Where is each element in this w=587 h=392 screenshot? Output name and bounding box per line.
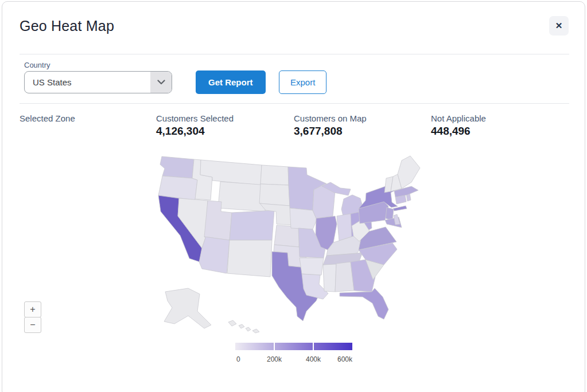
state-MS[interactable] xyxy=(323,264,336,292)
controls-divider xyxy=(20,103,569,104)
stat-customers-on-map: Customers on Map 3,677,808 xyxy=(294,113,367,138)
chevron-down-icon[interactable] xyxy=(150,72,172,93)
legend-tick-line xyxy=(313,343,314,350)
legend-label: 400k xyxy=(306,355,321,363)
state-HI[interactable] xyxy=(228,320,259,333)
header-divider xyxy=(20,54,569,54)
state-NM[interactable] xyxy=(227,240,272,277)
stat-value: 3,677,808 xyxy=(294,125,367,138)
stat-not-applicable: Not Applicable 448,496 xyxy=(431,113,486,138)
state-CO[interactable] xyxy=(230,210,274,240)
close-icon: ✕ xyxy=(555,21,563,30)
legend-label: 0 xyxy=(236,355,240,363)
us-choropleth-map xyxy=(155,151,430,340)
state-ME[interactable] xyxy=(398,156,420,189)
state-AR[interactable] xyxy=(300,258,324,275)
legend-label: 200k xyxy=(267,355,282,363)
legend-labels: 0 200k 400k 600k xyxy=(235,355,352,363)
state-WA[interactable] xyxy=(160,156,194,178)
zoom-in-button[interactable]: + xyxy=(24,301,41,317)
state-SD[interactable] xyxy=(259,184,290,206)
geo-heat-map-modal: Geo Heat Map ✕ Country US States Get Rep… xyxy=(2,1,585,392)
country-label: Country xyxy=(24,61,50,69)
stat-label: Customers on Map xyxy=(294,113,367,123)
legend-tick-line xyxy=(274,343,275,350)
stat-selected-zone: Selected Zone xyxy=(20,113,75,125)
stat-label: Selected Zone xyxy=(20,113,75,123)
page-title: Geo Heat Map xyxy=(20,18,114,34)
close-button[interactable]: ✕ xyxy=(549,16,569,36)
map-color-legend: 0 200k 400k 600k xyxy=(235,343,352,363)
state-IA[interactable] xyxy=(290,208,317,229)
export-button[interactable]: Export xyxy=(279,70,326,94)
get-report-button[interactable]: Get Report xyxy=(196,70,266,94)
stat-value: 4,126,304 xyxy=(156,125,234,138)
stat-label: Customers Selected xyxy=(156,113,234,123)
country-select-value: US States xyxy=(33,72,72,93)
stat-customers-selected: Customers Selected 4,126,304 xyxy=(156,113,234,138)
country-select[interactable]: US States xyxy=(24,71,172,93)
map-zoom-controls: + − xyxy=(24,301,41,333)
stat-value: 448,496 xyxy=(431,125,486,138)
zoom-out-button[interactable]: − xyxy=(24,317,41,333)
state-ND[interactable] xyxy=(261,165,289,185)
legend-gradient-bar xyxy=(235,343,352,350)
state-AK[interactable] xyxy=(164,288,211,328)
legend-label: 600k xyxy=(337,355,352,363)
state-FL[interactable] xyxy=(340,288,388,319)
stat-label: Not Applicable xyxy=(431,113,486,123)
